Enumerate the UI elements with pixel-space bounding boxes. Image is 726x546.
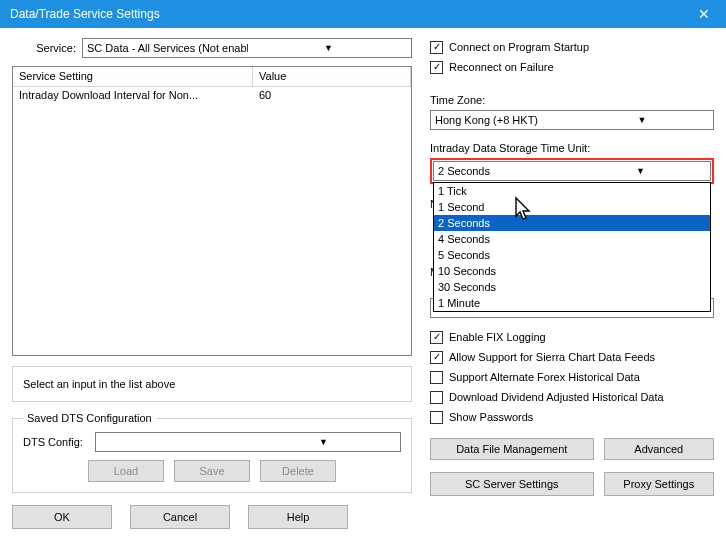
fix-label: Enable FIX Logging <box>449 331 546 343</box>
tz-label: Time Zone: <box>430 94 714 106</box>
save-button[interactable]: Save <box>174 460 250 482</box>
chevron-down-icon: ▼ <box>573 115 711 125</box>
close-button[interactable]: ✕ <box>682 0 726 28</box>
div-checkbox[interactable]: Download Dividend Adjusted Historical Da… <box>430 388 714 406</box>
service-select[interactable]: SC Data - All Services (Not enabled on p… <box>82 38 412 58</box>
reconnect-label: Reconnect on Failure <box>449 61 554 73</box>
dts-legend: Saved DTS Configuration <box>23 412 156 424</box>
div-label: Download Dividend Adjusted Historical Da… <box>449 391 664 403</box>
service-label: Service: <box>12 42 82 54</box>
forex-label: Support Alternate Forex Historical Data <box>449 371 640 383</box>
fix-checkbox[interactable]: Enable FIX Logging <box>430 328 714 346</box>
checkbox-icon <box>430 411 443 424</box>
dts-label: DTS Config: <box>23 436 95 448</box>
connect-label: Connect on Program Startup <box>449 41 589 53</box>
dd-item[interactable]: 30 Seconds <box>434 279 710 295</box>
timezone-select[interactable]: Hong Kong (+8 HKT) ▼ <box>430 110 714 130</box>
dd-item[interactable]: 10 Seconds <box>434 263 710 279</box>
storage-dropdown-list: 1 Tick 1 Second 2 Seconds 4 Seconds 5 Se… <box>433 182 711 312</box>
titlebar: Data/Trade Service Settings ✕ <box>0 0 726 28</box>
proxy-button[interactable]: Proxy Settings <box>604 472 714 496</box>
help-button[interactable]: Help <box>248 505 348 529</box>
allow-label: Allow Support for Sierra Chart Data Feed… <box>449 351 655 363</box>
service-value: SC Data - All Services (Not enabled on p… <box>87 42 248 54</box>
window-title: Data/Trade Service Settings <box>10 7 682 21</box>
cancel-button[interactable]: Cancel <box>130 505 230 529</box>
load-button[interactable]: Load <box>88 460 164 482</box>
pw-label: Show Passwords <box>449 411 533 423</box>
storage-label: Intraday Data Storage Time Unit: <box>430 142 714 154</box>
forex-checkbox[interactable]: Support Alternate Forex Historical Data <box>430 368 714 386</box>
ok-button[interactable]: OK <box>12 505 112 529</box>
chevron-down-icon: ▼ <box>573 166 708 176</box>
dd-item[interactable]: 2 Seconds <box>434 215 710 231</box>
advanced-button[interactable]: Advanced <box>604 438 714 460</box>
dd-item[interactable]: 1 Second <box>434 199 710 215</box>
cell-value: 60 <box>253 87 411 105</box>
col-value[interactable]: Value <box>253 67 411 87</box>
checkbox-icon <box>430 331 443 344</box>
hint-text: Select an input in the list above <box>23 378 175 390</box>
scserver-button[interactable]: SC Server Settings <box>430 472 594 496</box>
col-setting[interactable]: Service Setting <box>13 67 253 87</box>
checkbox-icon <box>430 371 443 384</box>
pw-checkbox[interactable]: Show Passwords <box>430 408 714 426</box>
tz-value: Hong Kong (+8 HKT) <box>435 114 573 126</box>
checkbox-icon <box>430 351 443 364</box>
chevron-down-icon: ▼ <box>248 43 409 53</box>
dd-item[interactable]: 4 Seconds <box>434 231 710 247</box>
datafile-button[interactable]: Data File Management <box>430 438 594 460</box>
checkbox-icon <box>430 391 443 404</box>
table-row[interactable]: Intraday Download Interval for Non... 60 <box>13 87 411 105</box>
checkbox-icon <box>430 61 443 74</box>
dd-item[interactable]: 1 Tick <box>434 183 710 199</box>
checkbox-icon <box>430 41 443 54</box>
storage-select[interactable]: 2 Seconds ▼ <box>433 161 711 181</box>
hint-box: Select an input in the list above <box>12 366 412 402</box>
dd-item[interactable]: 1 Minute <box>434 295 710 311</box>
delete-button[interactable]: Delete <box>260 460 336 482</box>
cell-setting: Intraday Download Interval for Non... <box>13 87 253 105</box>
allow-checkbox[interactable]: Allow Support for Sierra Chart Data Feed… <box>430 348 714 366</box>
settings-table: Service Setting Value Intraday Download … <box>12 66 412 356</box>
dts-fieldset: Saved DTS Configuration DTS Config: ▼ Lo… <box>12 412 412 493</box>
dd-item[interactable]: 5 Seconds <box>434 247 710 263</box>
storage-value: 2 Seconds <box>438 165 573 177</box>
connect-checkbox[interactable]: Connect on Program Startup <box>430 38 714 56</box>
reconnect-checkbox[interactable]: Reconnect on Failure <box>430 58 714 76</box>
chevron-down-icon: ▼ <box>249 437 398 447</box>
dts-select[interactable]: ▼ <box>95 432 401 452</box>
